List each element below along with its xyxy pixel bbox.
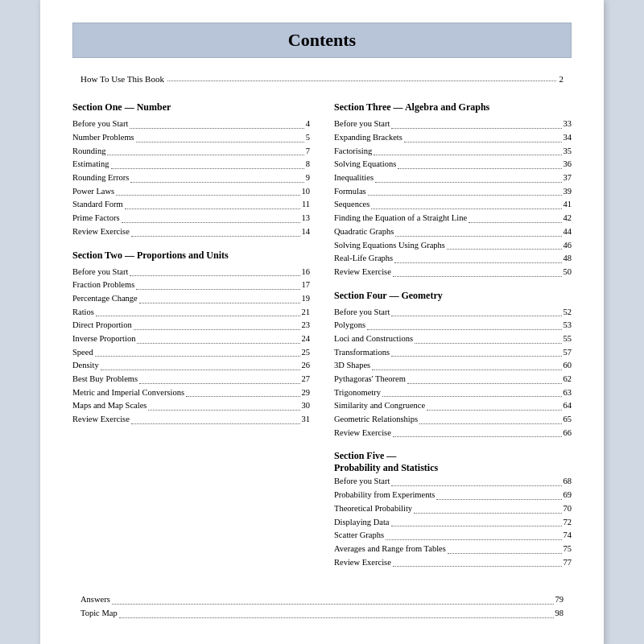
entry-title: Standard Form: [72, 199, 123, 211]
entry-page: 4: [306, 118, 310, 130]
toc-entry: Theoretical Probability70: [334, 503, 572, 515]
entry-title: Transformations: [334, 347, 390, 359]
entry-page: 25: [302, 347, 311, 359]
entry-page: 26: [302, 360, 311, 372]
toc-entry: Answers79: [80, 594, 564, 606]
section-five-header: Section Five — Probability and Statistic…: [334, 450, 572, 474]
entry-dots: [125, 208, 300, 209]
entry-dots: [95, 356, 300, 357]
entry-page: 79: [555, 594, 564, 606]
toc-entry: Before you Start16: [72, 266, 310, 279]
entry-dots: [391, 485, 561, 486]
entry-dots: [130, 182, 303, 183]
entry-page: 64: [564, 400, 572, 412]
toc-entry: Formulas39: [334, 186, 572, 198]
entry-dots: [96, 316, 300, 316]
toc-entry: Percentage Change19: [72, 293, 310, 305]
entry-dots: [386, 539, 561, 540]
section-five-entries: Before you Start68Probability from Exper…: [334, 476, 572, 568]
entry-dots: [130, 128, 303, 129]
entry-dots: [393, 436, 562, 437]
entry-title: Answers: [80, 594, 110, 606]
entry-title: Ratios: [72, 307, 94, 319]
entry-page: 70: [564, 503, 572, 515]
entry-page: 11: [302, 199, 310, 211]
entry-title: Fraction Problems: [72, 279, 134, 291]
toc-entry: Real-Life Graphs48: [334, 253, 572, 265]
entry-dots: [148, 410, 299, 411]
entry-dots: [371, 208, 561, 209]
entry-page: 17: [302, 279, 311, 291]
entry-title: Speed: [72, 347, 93, 359]
entry-title: Estimating: [72, 159, 109, 171]
toc-entry: Scatter Graphs74: [334, 530, 572, 542]
entry-dots: [404, 142, 562, 142]
entry-title: Before you Start: [72, 118, 128, 130]
intro-title: How To Use This Book: [80, 74, 164, 84]
entry-page: 42: [564, 213, 572, 225]
entry-page: 77: [564, 557, 572, 569]
toc-entry: Review Exercise14: [72, 226, 310, 238]
entry-dots: [391, 316, 561, 316]
entry-dots: [130, 275, 299, 276]
entry-title: Averages and Range from Tables: [334, 543, 446, 555]
entry-title: Review Exercise: [72, 414, 130, 426]
entry-title: Review Exercise: [334, 427, 391, 440]
entry-dots: [436, 499, 561, 500]
entry-dots: [414, 513, 561, 514]
entry-title: Real-Life Graphs: [334, 253, 393, 265]
section-four-header: Section Four — Geometry: [334, 290, 572, 302]
entry-page: 39: [564, 186, 572, 198]
entry-title: Maps and Map Scales: [72, 400, 147, 412]
entry-dots: [111, 168, 304, 169]
entry-title: Metric and Imperial Conversions: [72, 387, 184, 399]
section-three-header: Section Three — Algebra and Graphs: [334, 101, 572, 114]
toc-entry: Before you Start4: [72, 118, 310, 130]
toc-entry: Before you Start33: [334, 118, 572, 130]
entry-dots: [393, 566, 562, 567]
entry-title: Before you Start: [334, 476, 390, 488]
entry-title: Solving Equations Using Graphs: [334, 240, 445, 252]
toc-entry: Transformations57: [334, 347, 572, 359]
entry-dots: [419, 423, 561, 424]
entry-title: Before you Start: [334, 307, 390, 319]
entry-title: Review Exercise: [334, 557, 391, 569]
entry-dots: [107, 155, 303, 155]
entry-page: 10: [302, 186, 311, 198]
entry-dots: [448, 553, 562, 554]
toc-entry: Power Laws10: [72, 186, 310, 198]
toc-entry: Solving Equations36: [334, 159, 572, 171]
entry-page: 50: [564, 266, 572, 279]
entry-page: 21: [302, 307, 311, 319]
toc-entry: Expanding Brackets34: [334, 132, 572, 144]
toc-entry: Quadratic Graphs44: [334, 226, 572, 238]
entry-page: 31: [302, 414, 311, 426]
entry-title: Expanding Brackets: [334, 132, 402, 144]
entry-page: 69: [564, 489, 572, 502]
right-column: Section Three — Algebra and Graphs Befor…: [334, 98, 572, 580]
entry-title: Pythagoras' Theorem: [334, 374, 406, 386]
toc-entry: Direct Proportion23: [72, 320, 310, 332]
section-one-header: Section One — Number: [72, 101, 310, 114]
entry-title: 3D Shapes: [334, 360, 370, 372]
entry-page: 19: [302, 293, 311, 305]
entry-page: 46: [564, 240, 572, 252]
toc-entry: 3D Shapes60: [334, 360, 572, 372]
toc-entry: Averages and Range from Tables75: [334, 543, 572, 555]
entry-title: Polygons: [334, 320, 365, 332]
toc-entry: Ratios21: [72, 307, 310, 319]
entry-page: 68: [564, 476, 572, 488]
toc-entry: Review Exercise77: [334, 557, 572, 569]
entry-dots: [391, 128, 561, 129]
entry-page: 9: [306, 172, 310, 184]
toc-entry: Factorising35: [334, 146, 572, 158]
toc-entry: Polygons53: [334, 320, 572, 332]
entry-dots: [427, 410, 561, 411]
entry-title: Topic Map: [80, 608, 118, 620]
toc-entry: Geometric Relationships65: [334, 414, 572, 426]
entry-title: Sequences: [334, 199, 369, 211]
entry-page: 16: [302, 266, 311, 279]
section-one-block: Section One — Number Before you Start4Nu…: [72, 101, 310, 237]
entry-title: Solving Equations: [334, 159, 396, 171]
entry-dots: [395, 236, 561, 237]
